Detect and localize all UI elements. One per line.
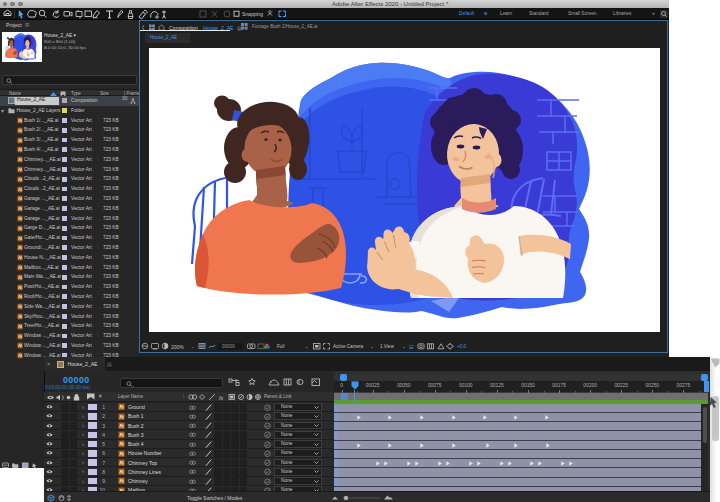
svg-text:⌄: ⌄ — [191, 344, 194, 349]
svg-text:☵: ☵ — [409, 343, 414, 349]
svg-text:fx: fx — [219, 395, 224, 401]
svg-text:200%: 200% — [171, 344, 184, 350]
svg-text:Snapping: Snapping — [242, 11, 263, 17]
